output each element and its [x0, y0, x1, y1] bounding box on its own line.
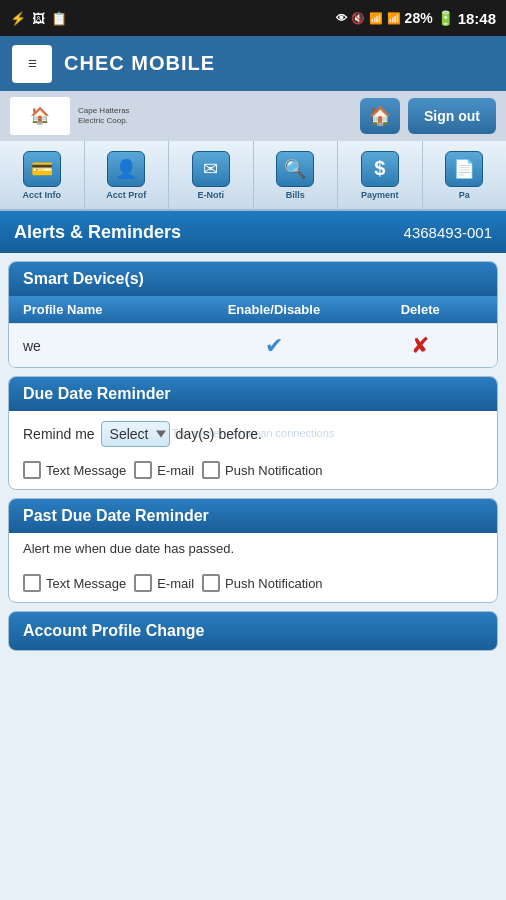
past-push-notification-checkbox[interactable]	[202, 574, 220, 592]
cape-logo: 🏠	[10, 97, 70, 135]
past-due-date-reminder-section: Past Due Date Reminder Alert me when due…	[8, 498, 498, 603]
status-right: 👁 🔇 📶 📶 28% 🔋 18:48	[336, 10, 496, 27]
due-date-reminder-body: Remind me Select 12357 day(s) before. Te…	[9, 411, 497, 489]
remind-me-label: Remind me	[23, 426, 95, 442]
nav-bar: 💳 Acct Info 👤 Acct Prof ✉ E-Noti 🔍 Bills…	[0, 141, 506, 211]
home-button[interactable]: 🏠	[360, 98, 400, 134]
past-text-message-label: Text Message	[46, 576, 126, 591]
email-checkbox-item[interactable]: E-mail	[134, 461, 194, 479]
push-notification-checkbox-item[interactable]: Push Notification	[202, 461, 323, 479]
remind-me-row: Remind me Select 12357 day(s) before.	[23, 421, 483, 447]
delete-cross[interactable]: ✘	[358, 333, 483, 359]
nav-item-acct-prof[interactable]: 👤 Acct Prof	[85, 141, 170, 209]
days-select[interactable]: Select 12357	[101, 421, 170, 447]
past-due-alert-text: Alert me when due date has passed.	[9, 533, 497, 564]
past-push-notification-checkbox-item[interactable]: Push Notification	[202, 574, 323, 592]
col-header-delete: Delete	[358, 302, 483, 317]
select-wrap[interactable]: Select 12357	[101, 421, 170, 447]
app-header: ☰ CHEC MOBILE	[0, 36, 506, 91]
acct-info-icon: 💳	[23, 151, 61, 187]
device-name: we	[23, 338, 190, 354]
past-due-date-reminder-header: Past Due Date Reminder	[9, 499, 497, 533]
top-bar: 🏠 Cape HatterasElectric Coop. 🏠 Sign out	[0, 91, 506, 141]
wifi-icon: 📶	[369, 12, 383, 25]
past-due-checkbox-row: Text Message E-mail Push Notification	[23, 574, 483, 592]
smart-devices-section: Smart Device(s) Profile Name Enable/Disa…	[8, 261, 498, 368]
mute-icon: 🔇	[351, 12, 365, 25]
days-label: day(s) before.	[176, 426, 262, 442]
nav-item-payment[interactable]: $ Payment	[338, 141, 423, 209]
checkmark-icon: ✔	[265, 333, 283, 358]
past-email-label: E-mail	[157, 576, 194, 591]
past-push-notification-label: Push Notification	[225, 576, 323, 591]
app-logo: ☰	[12, 45, 52, 83]
table-row: we ✔ ✘	[9, 323, 497, 367]
battery-icon: 🔋	[437, 10, 454, 26]
text-message-label: Text Message	[46, 463, 126, 478]
nav-label-enoti: E-Noti	[198, 190, 225, 200]
pa-icon: 📄	[445, 151, 483, 187]
photo-icon: 🖼	[32, 11, 45, 26]
cross-icon[interactable]: ✘	[411, 333, 429, 358]
due-date-reminder-section: Due Date Reminder The power of human con…	[8, 376, 498, 490]
lighthouse-icon: 🏠	[30, 106, 50, 125]
text-message-checkbox-item[interactable]: Text Message	[23, 461, 126, 479]
menu-icon: ☰	[28, 58, 37, 69]
text-message-checkbox[interactable]	[23, 461, 41, 479]
cape-logo-text: Cape HatterasElectric Coop.	[78, 106, 130, 127]
enable-check: ✔	[190, 333, 357, 359]
status-bar: ⚡ 🖼 📋 👁 🔇 📶 📶 28% 🔋 18:48	[0, 0, 506, 36]
nav-label-acct-prof: Acct Prof	[106, 190, 146, 200]
past-due-date-reminder-body: Text Message E-mail Push Notification	[9, 564, 497, 602]
past-text-message-checkbox-item[interactable]: Text Message	[23, 574, 126, 592]
file-icon: 📋	[51, 11, 67, 26]
nav-label-bills: Bills	[286, 190, 305, 200]
eye-icon: 👁	[336, 12, 347, 24]
app-title: CHEC MOBILE	[64, 52, 215, 75]
account-number: 4368493-001	[404, 224, 492, 241]
smart-devices-header: Smart Device(s)	[9, 262, 497, 296]
push-notification-label: Push Notification	[225, 463, 323, 478]
nav-label-acct-info: Acct Info	[22, 190, 61, 200]
logo-area: 🏠 Cape HatterasElectric Coop.	[10, 97, 130, 135]
smart-devices-table-header: Profile Name Enable/Disable Delete	[9, 296, 497, 323]
nav-label-pa: Pa	[459, 190, 470, 200]
bills-icon: 🔍	[276, 151, 314, 187]
usb-icon: ⚡	[10, 11, 26, 26]
email-label: E-mail	[157, 463, 194, 478]
main-content: Smart Device(s) Profile Name Enable/Disa…	[0, 253, 506, 900]
due-date-checkbox-row: Text Message E-mail Push Notification	[23, 461, 483, 479]
signal-icon: 📶	[387, 12, 401, 25]
nav-label-payment: Payment	[361, 190, 399, 200]
past-email-checkbox-item[interactable]: E-mail	[134, 574, 194, 592]
payment-icon: $	[361, 151, 399, 187]
account-profile-change-section: Account Profile Change	[8, 611, 498, 651]
battery-percentage: 28%	[405, 10, 433, 26]
acct-prof-icon: 👤	[107, 151, 145, 187]
past-text-message-checkbox[interactable]	[23, 574, 41, 592]
nav-item-bills[interactable]: 🔍 Bills	[254, 141, 339, 209]
col-header-profile-name: Profile Name	[23, 302, 190, 317]
past-email-checkbox[interactable]	[134, 574, 152, 592]
due-date-reminder-header: Due Date Reminder	[9, 377, 497, 411]
enoti-icon: ✉	[192, 151, 230, 187]
top-bar-right[interactable]: 🏠 Sign out	[360, 98, 496, 134]
nav-item-enoti[interactable]: ✉ E-Noti	[169, 141, 254, 209]
push-notification-checkbox[interactable]	[202, 461, 220, 479]
clock: 18:48	[458, 10, 496, 27]
page-title-bar: Alerts & Reminders 4368493-001	[0, 211, 506, 253]
sign-out-button[interactable]: Sign out	[408, 98, 496, 134]
status-icons-left: ⚡ 🖼 📋	[10, 11, 67, 26]
account-profile-change-header: Account Profile Change	[9, 612, 497, 650]
home-icon: 🏠	[369, 105, 391, 127]
nav-item-acct-info[interactable]: 💳 Acct Info	[0, 141, 85, 209]
col-header-enable: Enable/Disable	[190, 302, 357, 317]
email-checkbox[interactable]	[134, 461, 152, 479]
nav-item-pa[interactable]: 📄 Pa	[423, 141, 507, 209]
page-title: Alerts & Reminders	[14, 222, 181, 243]
